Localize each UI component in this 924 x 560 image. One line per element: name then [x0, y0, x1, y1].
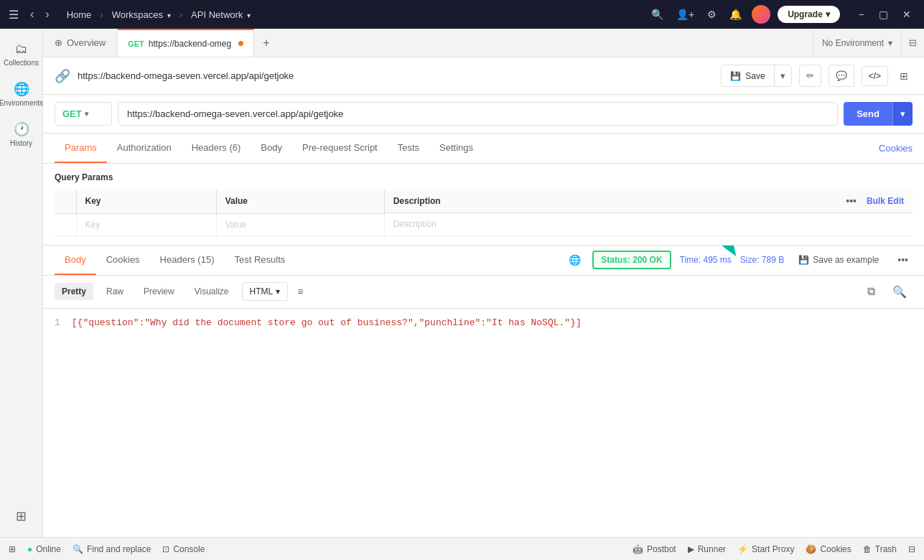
tab-overview[interactable]: ⊕ Overview [43, 29, 118, 57]
sidebar: 🗂 Collections 🌐 Environments 🕐 History ⊞ [0, 29, 43, 537]
response-more-button[interactable]: ••• [893, 251, 913, 269]
resp-tab-headers[interactable]: Headers (15) [150, 246, 225, 275]
response-body: 1[{"question":"Why did the document stor… [43, 309, 924, 538]
send-button[interactable]: Send [844, 102, 892, 126]
save-disk-icon: 💾 [730, 71, 741, 81]
copy-response-button[interactable]: ⧉ [862, 281, 881, 302]
url-input[interactable] [118, 102, 838, 126]
forward-button[interactable]: › [42, 6, 52, 22]
overview-icon: ⊕ [55, 37, 62, 48]
find-replace-button[interactable]: 🔍 Find and replace [73, 544, 151, 554]
tab-method-badge: GET [128, 39, 144, 48]
layout-toggle[interactable]: ⊟ [908, 544, 915, 554]
sidebar-item-grid[interactable]: ⊞ [3, 503, 40, 530]
environment-selector[interactable]: No Environment ▾ [813, 29, 901, 57]
resp-tab-cookies[interactable]: Cookies [96, 246, 150, 275]
close-button[interactable]: ✕ [898, 7, 915, 22]
row-key-cell[interactable]: Key [76, 213, 216, 235]
resp-tab-body[interactable]: Body [55, 246, 96, 275]
workspaces-link[interactable]: Workspaces ▾ [106, 6, 177, 23]
main-area: 🗂 Collections 🌐 Environments 🕐 History ⊞… [0, 29, 924, 537]
filter-icon[interactable]: ≡ [294, 282, 307, 301]
collections-icon: 🗂 [15, 42, 28, 57]
workspaces-chevron: ▾ [165, 11, 171, 19]
tab-authorization[interactable]: Authorization [107, 134, 182, 163]
tab-panel-toggle[interactable]: ⊟ [901, 29, 924, 57]
postbot-icon: 🤖 [633, 544, 643, 554]
save-button[interactable]: 💾 Save [722, 66, 773, 86]
format-tab-pretty[interactable]: Pretty [55, 283, 93, 300]
home-link[interactable]: Home [61, 6, 98, 23]
save-as-example-button[interactable]: 💾 Save as example [793, 252, 885, 268]
add-user-icon[interactable]: 👤+ [673, 6, 697, 23]
response-size: Size: 789 B [740, 255, 784, 265]
cookies-link[interactable]: Cookies [879, 134, 913, 162]
send-button-group: Send ▾ [844, 102, 913, 126]
search-response-button[interactable]: 🔍 [887, 281, 913, 302]
api-network-link[interactable]: API Network ▾ [185, 6, 256, 23]
response-time: Time: 495 ms [680, 255, 732, 265]
upgrade-button[interactable]: Upgrade ▾ [778, 6, 840, 23]
response-tabs-bar: Body Cookies Headers (15) Test Results 🌐… [43, 246, 924, 276]
trash-icon: 🗑 [863, 544, 872, 554]
row-desc-cell[interactable]: Description [384, 213, 913, 235]
tab-tests[interactable]: Tests [388, 134, 429, 163]
save-dropdown-button[interactable]: ▾ [774, 65, 791, 86]
bulk-edit-button[interactable]: Bulk Edit [867, 196, 904, 206]
settings-icon[interactable]: ⚙ [704, 6, 719, 23]
tab-pre-request[interactable]: Pre-request Script [292, 134, 388, 163]
params-area: Query Params Key Value Description ••• [43, 164, 924, 245]
sidebar-item-history[interactable]: 🕐 History [3, 116, 40, 153]
postbot-button[interactable]: 🤖 Postbot [633, 544, 676, 554]
bulk-edit-more-icon[interactable]: ••• [846, 195, 857, 207]
collections-label: Collections [4, 59, 39, 67]
globe-icon[interactable]: 🌐 [569, 254, 581, 266]
statusbar: ⊞ ● Online 🔍 Find and replace ⊡ Console … [0, 537, 924, 560]
edit-button[interactable]: ✏ [799, 65, 821, 87]
online-status[interactable]: ● Online [27, 544, 61, 554]
format-chevron-icon: ▾ [276, 286, 280, 297]
format-type-selector[interactable]: HTML ▾ [242, 282, 289, 301]
send-dropdown-button[interactable]: ▾ [892, 102, 913, 126]
console-icon: ⊡ [162, 544, 169, 554]
tab-active-request[interactable]: GET https://backend-omeg [118, 29, 254, 57]
tab-add-button[interactable]: + [254, 29, 278, 57]
runner-button[interactable]: ▶ Runner [688, 544, 726, 554]
tab-settings[interactable]: Settings [429, 134, 483, 163]
sidebar-item-environments[interactable]: 🌐 Environments [3, 75, 40, 113]
code-button[interactable]: </> [862, 66, 888, 86]
tab-headers[interactable]: Headers (6) [182, 134, 251, 163]
cookies-button[interactable]: 🍪 Cookies [806, 544, 851, 554]
response-code: [{"question":"Why did the document store… [72, 317, 582, 328]
status-layout-button[interactable]: ⊞ [9, 544, 16, 554]
resp-tab-test-results[interactable]: Test Results [224, 246, 295, 275]
start-proxy-button[interactable]: ⚡ Start Proxy [737, 544, 794, 554]
maximize-button[interactable]: ▢ [874, 7, 892, 22]
search-icon[interactable]: 🔍 [648, 6, 666, 23]
panel-icon: ⊟ [909, 37, 917, 48]
avatar[interactable] [752, 5, 770, 24]
bell-icon[interactable]: 🔔 [727, 6, 745, 23]
response-status-area: 🌐 Status: 200 OK Time: 495 ms Size: 789 … [569, 251, 913, 269]
grid-icon: ⊞ [16, 508, 27, 524]
trash-button[interactable]: 🗑 Trash [863, 544, 897, 554]
console-button[interactable]: ⊡ Console [162, 544, 205, 554]
titlebar-links: Home › Workspaces ▾ › API Network ▾ [61, 6, 256, 23]
menu-icon[interactable]: ☰ [9, 8, 19, 22]
tab-params[interactable]: Params [55, 134, 107, 163]
minimize-button[interactable]: − [854, 7, 869, 22]
tab-body[interactable]: Body [251, 134, 292, 163]
row-value-cell[interactable]: Value [216, 213, 384, 235]
online-icon: ● [27, 544, 32, 554]
right-panel-toggle[interactable]: ⊞ [895, 66, 913, 86]
comment-button[interactable]: 💬 [829, 65, 854, 87]
history-icon: 🕐 [14, 121, 29, 137]
format-tab-raw[interactable]: Raw [99, 283, 131, 300]
format-tab-visualize[interactable]: Visualize [187, 283, 236, 300]
method-selector[interactable]: GET ▾ [55, 102, 112, 126]
status-badge: Status: 200 OK [592, 251, 671, 269]
back-button[interactable]: ‹ [27, 6, 37, 22]
sidebar-item-collections[interactable]: 🗂 Collections [3, 36, 40, 73]
format-tab-preview[interactable]: Preview [136, 283, 182, 300]
api-network-chevron: ▾ [245, 11, 251, 19]
